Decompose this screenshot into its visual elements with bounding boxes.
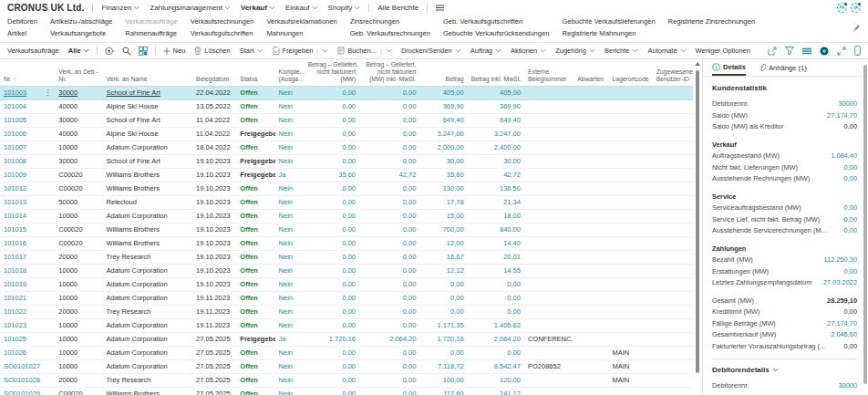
- list-layout-icon[interactable]: [802, 47, 811, 55]
- order-number-link[interactable]: 101017: [4, 253, 26, 261]
- toolbar-button-start[interactable]: Start: [240, 47, 264, 55]
- toolbar-button-freigeben[interactable]: Freigeben|: [273, 47, 329, 55]
- column-header-abwarten[interactable]: Abwarten: [574, 59, 608, 87]
- analyze-icon[interactable]: [139, 47, 148, 56]
- field-value[interactable]: 1.084,40: [831, 151, 857, 162]
- nav-item-verkaufsrechnungen[interactable]: Verkaufsrechnungen: [191, 16, 254, 26]
- list-scrollbar[interactable]: [694, 59, 700, 395]
- customer-name[interactable]: School of Fine Art: [107, 88, 160, 97]
- avatar[interactable]: VA: [851, 3, 861, 13]
- table-row[interactable]: 10100830000School of Fine Art19.10.2023F…: [0, 155, 693, 169]
- factbox-scrollbar[interactable]: [863, 65, 867, 384]
- nav-item-debitoren[interactable]: Debitoren: [7, 16, 37, 26]
- nav-item-verkaufsangebote[interactable]: Verkaufsangebote: [50, 28, 112, 38]
- field-value[interactable]: 0,00: [844, 203, 857, 214]
- field-value[interactable]: 0,00: [844, 173, 857, 185]
- search-icon[interactable]: [122, 47, 131, 56]
- company-name[interactable]: CRONUS UK Ltd.: [7, 3, 84, 13]
- column-header-lagerort[interactable]: Lagerortcode: [608, 59, 652, 87]
- table-row[interactable]: 10100530000School of Fine Art11.04.2022O…: [0, 114, 693, 128]
- order-number-link[interactable]: 101013: [4, 198, 26, 206]
- pin-icon[interactable]: [852, 23, 861, 31]
- topbar-menu-einkauf[interactable]: Einkauf: [285, 4, 318, 12]
- order-number-link[interactable]: 101019: [4, 280, 26, 288]
- table-row[interactable]: 101003⋮30000School of Fine Art22.04.2022…: [0, 87, 693, 100]
- factbox-tab-anhänge-1[interactable]: Anhänge (1): [759, 64, 807, 76]
- column-header-betrag_inkl[interactable]: Betrag inkl. MwSt.: [468, 59, 524, 87]
- avatar[interactable]: PA: [837, 3, 847, 13]
- factbox-section-title[interactable]: Debitorendetails: [712, 366, 857, 374]
- nav-item-registrierte-zinsrechnungen[interactable]: Registrierte Zinsrechnungen: [668, 16, 755, 26]
- column-header-mw[interactable]: Betrag – Geliefert,nicht fakturiert(MW): [305, 59, 359, 87]
- topbar-menu-shopify[interactable]: Shopify: [328, 4, 361, 12]
- field-value[interactable]: 2.046,60: [831, 329, 857, 341]
- order-number-link[interactable]: 101005: [4, 116, 26, 124]
- field-value[interactable]: 27.174,70: [827, 110, 857, 122]
- view-filter-dropdown[interactable]: Alle: [68, 47, 89, 55]
- nav-item-zinsrechnungen[interactable]: Zinsrechnungen: [350, 16, 430, 26]
- table-row[interactable]: 10100440000Alpine Ski House13.05.2022Off…: [0, 100, 693, 114]
- field-value[interactable]: 27.174,70: [827, 318, 857, 330]
- table-row[interactable]: 101016C00020Williams Brothers19.10.2023O…: [0, 237, 693, 251]
- field-value[interactable]: 0,00: [844, 266, 857, 278]
- field-value[interactable]: 30000: [838, 380, 857, 392]
- nav-item-mahnungen[interactable]: Mahnungen: [266, 28, 336, 38]
- table-row[interactable]: 101012C00020Williams Brothers19.10.2023O…: [0, 182, 693, 196]
- nav-item-gebuchte-verkaufslieferungen[interactable]: Gebuchte Verkaufslieferungen: [562, 16, 655, 26]
- device-icon[interactable]: [854, 46, 861, 56]
- toolbar-button-löschen[interactable]: Löschen: [194, 47, 230, 55]
- column-header-date[interactable]: Belegdatum: [192, 59, 236, 87]
- order-number-link[interactable]: 101012: [4, 184, 26, 192]
- table-row[interactable]: 10102510000Adatum Corporation27.05.2025F…: [0, 333, 693, 347]
- nav-item-geb-verkaufsgutschriften[interactable]: Geb. Verkaufsgutschriften: [443, 16, 550, 26]
- table-row[interactable]: 10101720000Trey Research19.10.2023OffenN…: [0, 251, 693, 265]
- table-row[interactable]: 10101810000Adatum Corporation19.10.2023O…: [0, 265, 693, 278]
- order-number-link[interactable]: 101022: [4, 307, 26, 316]
- order-number-link[interactable]: 101015: [4, 225, 26, 234]
- field-value[interactable]: 0,00: [844, 162, 857, 174]
- table-row[interactable]: SO010102710000Adatum Corporation27.05.20…: [0, 360, 693, 374]
- column-header-status[interactable]: Status: [236, 59, 274, 87]
- table-row[interactable]: 10100710000Adatum Corporation18.04.2022O…: [0, 141, 693, 155]
- nav-item-artikel[interactable]: Artikel: [7, 28, 37, 38]
- table-row[interactable]: 10102220000Trey Research19.11.2023OffenN…: [0, 306, 693, 319]
- toolbar-button-neu[interactable]: Neu: [163, 47, 186, 55]
- topbar-menu-finanzen[interactable]: Finanzen: [101, 4, 140, 12]
- topbar-menu-zahlungsmanagement[interactable]: Zahlungsmanagement: [150, 4, 231, 12]
- expand-icon[interactable]: [837, 47, 846, 56]
- menu-icon[interactable]: [436, 4, 444, 12]
- column-header-komplett[interactable]: Komple...(Ausga...: [275, 59, 305, 87]
- order-number-link[interactable]: 101007: [4, 143, 26, 151]
- order-number-link[interactable]: 101006: [4, 130, 26, 138]
- toolbar-button-berichte[interactable]: Berichte: [604, 47, 639, 55]
- table-row[interactable]: 10100640000Alpine Ski House11.04.2022Fre…: [0, 128, 693, 141]
- field-value[interactable]: 0,00: [844, 214, 857, 226]
- field-value[interactable]: 30000: [838, 99, 857, 110]
- toolbar-button-weniger-optionen[interactable]: Weniger Optionen: [696, 47, 750, 55]
- toolbar-button-auftrag[interactable]: Auftrag: [470, 47, 501, 55]
- order-number-link[interactable]: SO0101029: [4, 390, 40, 395]
- nav-item-artikelzu-abschläge[interactable]: Artikelzu-/abschläge: [50, 16, 112, 26]
- order-number-link[interactable]: SO0101027: [4, 362, 40, 370]
- table-row[interactable]: 10101350000Relecloud19.10.2023OffenNein0…: [0, 196, 693, 210]
- field-value[interactable]: 27.03.2022: [823, 277, 857, 289]
- order-number-link[interactable]: 101003: [4, 88, 26, 97]
- field-value[interactable]: 0,00: [844, 225, 857, 237]
- toolbar-button-automate[interactable]: Automate: [647, 47, 686, 55]
- order-number-link[interactable]: 101014: [4, 212, 26, 220]
- order-number-link[interactable]: 101026: [4, 348, 26, 357]
- order-number-link[interactable]: SO0101028: [4, 376, 40, 384]
- scrollbar-thumb[interactable]: [696, 70, 699, 373]
- column-header-ext[interactable]: ExterneBelegnummer: [524, 59, 574, 87]
- field-value[interactable]: 112.250,30: [824, 255, 857, 266]
- row-menu-icon[interactable]: ⋮: [44, 87, 51, 99]
- table-row[interactable]: 10101410000Adatum Corporation19.10.2023O…: [0, 210, 693, 223]
- nav-item-verkaufsgutschriften[interactable]: Verkaufsgutschriften: [191, 28, 254, 38]
- table-row[interactable]: SO010102820000Trey Research27.05.2025Off…: [0, 374, 693, 388]
- copilot-icon[interactable]: [820, 47, 829, 56]
- nav-item-rahmenaufträge[interactable]: Rahmenaufträge: [125, 28, 177, 38]
- toolbar-button-buchen[interactable]: Buchen...|: [337, 47, 392, 55]
- filter-icon[interactable]: [785, 47, 794, 55]
- share-icon[interactable]: [768, 47, 777, 56]
- order-number-link[interactable]: 101016: [4, 239, 26, 247]
